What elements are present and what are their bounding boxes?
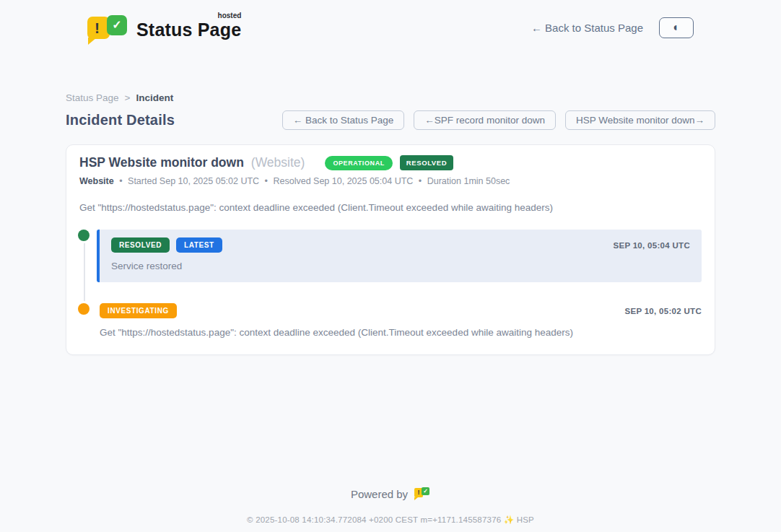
meta-bullet: • <box>419 176 422 186</box>
resolved-update-badge: RESOLVED <box>111 237 170 253</box>
timeline-dot-investigating <box>78 303 90 315</box>
breadcrumb-separator: > <box>125 92 131 103</box>
meta-resolved: Resolved Sep 10, 2025 05:04 UTC <box>273 176 413 186</box>
investigating-update-badge: INVESTIGATING <box>100 303 177 318</box>
checkmark-glyph: ✓ <box>423 489 428 494</box>
meta-started: Started Sep 10, 2025 05:02 UTC <box>128 176 259 186</box>
exclamation-glyph: ! <box>95 20 100 35</box>
update-timestamp: SEP 10, 05:04 UTC <box>613 241 690 250</box>
operational-badge: OPERATIONAL <box>325 156 392 170</box>
resolved-status-badge: RESOLVED <box>400 155 453 170</box>
powered-by-logo-icon: ! ✓ <box>414 487 430 501</box>
theme-toggle-button[interactable]: ◐ <box>659 17 694 38</box>
powered-by-label: Powered by <box>351 488 408 500</box>
brand-hosted-label: hosted <box>218 12 242 19</box>
back-to-status-page-button[interactable]: ← Back to Status Page <box>282 110 405 130</box>
meta-service: Website <box>79 176 114 186</box>
powered-by-link[interactable]: Powered by ! ✓ <box>0 487 781 501</box>
timeline-item-investigating: INVESTIGATING SEP 10, 05:02 UTC Get "htt… <box>79 303 702 338</box>
incident-description: Get "https://hostedstatus.page": context… <box>79 202 702 213</box>
timeline-dot-resolved <box>78 230 90 241</box>
app-header: ! ✓ hosted Status Page ← Back to Status … <box>0 0 781 45</box>
latest-update-badge: LATEST <box>176 237 222 253</box>
breadcrumb: Status Page > Incident <box>66 92 715 103</box>
header-back-link[interactable]: ← Back to Status Page <box>531 22 643 34</box>
breadcrumb-status-page[interactable]: Status Page <box>66 92 119 103</box>
logo-check-bubble: ✓ <box>422 487 429 495</box>
next-incident-button[interactable]: HSP Website monitor down→ <box>565 110 715 130</box>
timeline-item-resolved: RESOLVED LATEST SEP 10, 05:04 UTC Servic… <box>79 230 702 282</box>
meta-duration: Duration 1min 50sec <box>427 176 510 186</box>
meta-bullet: • <box>265 176 268 186</box>
copyright-text: © 2025-10-08 14:10:34.772084 +0200 CEST … <box>0 515 781 525</box>
meta-bullet: • <box>119 176 122 186</box>
logo-check-bubble: ✓ <box>107 15 127 35</box>
incident-card: HSP Website monitor down (Website) OPERA… <box>66 144 715 355</box>
checkmark-glyph: ✓ <box>112 19 121 31</box>
update-box-latest: RESOLVED LATEST SEP 10, 05:04 UTC Servic… <box>97 230 702 282</box>
page-footer: Powered by ! ✓ © 2025-10-08 14:10:34.772… <box>0 487 781 525</box>
update-message: Service restored <box>111 261 690 271</box>
breadcrumb-incident: Incident <box>136 92 173 103</box>
update-timestamp: SEP 10, 05:02 UTC <box>624 307 702 315</box>
main-content: Status Page > Incident Incident Details … <box>66 92 715 355</box>
update-message: Get "https://hostedstatus.page": context… <box>100 327 702 338</box>
incident-nav-buttons: ← Back to Status Page ←SPF record monito… <box>282 110 715 130</box>
contrast-icon: ◐ <box>673 22 680 33</box>
brand-logo[interactable]: ! ✓ hosted Status Page <box>87 12 241 43</box>
incident-service-label: (Website) <box>251 155 305 170</box>
incident-meta: Website • Started Sep 10, 2025 05:02 UTC… <box>79 176 702 186</box>
prev-incident-button[interactable]: ←SPF record monitor down <box>414 110 556 130</box>
page-title: Incident Details <box>66 112 175 128</box>
incident-timeline: RESOLVED LATEST SEP 10, 05:04 UTC Servic… <box>79 230 702 338</box>
brand-logo-icon: ! ✓ <box>87 12 129 43</box>
brand-name: hosted Status Page <box>136 12 241 40</box>
brand-title: Status Page <box>136 19 241 40</box>
incident-title: HSP Website monitor down <box>79 155 244 170</box>
exclamation-glyph: ! <box>418 489 420 496</box>
